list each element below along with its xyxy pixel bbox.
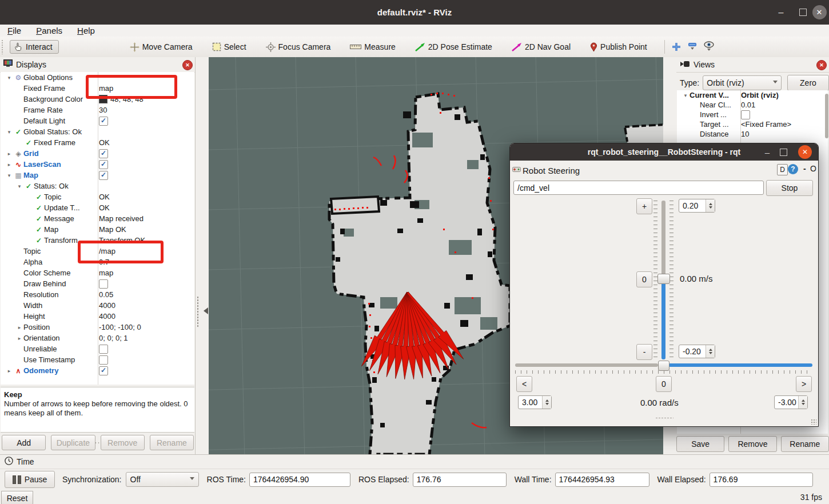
tool-select[interactable]: Select [209, 41, 250, 53]
property-value[interactable]: Map received [99, 214, 144, 223]
reset-button[interactable]: Reset [1, 491, 33, 504]
visibility-tool-button[interactable] [704, 41, 714, 53]
dock-button[interactable]: D [777, 164, 788, 175]
rqt-close-button[interactable]: ✕ [798, 145, 812, 159]
property-value[interactable]: ✓ [99, 149, 108, 158]
linear-slider-fill[interactable] [661, 282, 665, 359]
angular-left-button[interactable]: < [516, 376, 532, 392]
title-bar[interactable]: default.rviz* - RViz – ✕ [0, 0, 829, 25]
property-value[interactable]: map [99, 269, 113, 277]
property-value[interactable]: OK [99, 138, 110, 147]
linear-minus-button[interactable]: - [636, 344, 652, 360]
tool-focus-camera[interactable]: Focus Camera [262, 41, 334, 54]
views-panel-header[interactable]: Views ✕ [676, 57, 829, 73]
display-row-update-t[interactable]: ✓Update T...OK [1, 202, 194, 213]
display-row-color-scheme[interactable]: Color Schememap [1, 267, 194, 278]
checkbox[interactable]: ✓ [99, 117, 108, 126]
display-row-width[interactable]: Width4000 [1, 300, 194, 311]
topic-input[interactable] [513, 181, 764, 195]
angular-min-spinbox[interactable]: -3.00 [774, 395, 808, 409]
wall-elapsed-input[interactable] [710, 473, 813, 487]
angular-slider-track[interactable] [515, 363, 658, 367]
checkbox[interactable]: ✓ [99, 149, 108, 158]
views-rename-button[interactable]: Rename [781, 436, 829, 452]
display-row-topic[interactable]: ✓TopicOK [1, 191, 194, 202]
pause-button[interactable]: Pause [5, 471, 55, 488]
views-remove-button[interactable]: Remove [728, 436, 776, 452]
left-splitter[interactable] [196, 57, 209, 454]
property-value[interactable]: -100; -100; 0 [99, 323, 141, 331]
property-value[interactable]: Orbit (rviz) [741, 91, 779, 99]
property-value[interactable]: Map OK [99, 225, 126, 234]
expander-icon[interactable]: ▾ [15, 183, 23, 189]
angular-slider-fill[interactable] [668, 363, 812, 367]
remove-tool-button[interactable] [688, 42, 697, 51]
property-value[interactable] [99, 355, 108, 365]
time-panel-header[interactable]: Time [0, 455, 829, 469]
view-row-distance[interactable]: Distance10 [677, 129, 828, 139]
checkbox[interactable] [99, 279, 108, 289]
display-row-odometry[interactable]: ▸∧Odometry✓ [1, 365, 194, 376]
property-value[interactable]: 10 [741, 130, 749, 138]
checkbox[interactable]: ✓ [99, 160, 108, 169]
property-value[interactable]: ✓ [99, 366, 108, 375]
rqt-minimize-button[interactable]: – [760, 143, 774, 161]
property-value[interactable] [99, 345, 108, 354]
expander-icon[interactable]: ▸ [15, 335, 23, 341]
display-row-laserscan[interactable]: ▸∿LaserScan✓ [1, 159, 194, 170]
tool-publish-point[interactable]: Publish Point [587, 41, 651, 54]
linear-max-value[interactable]: 0.20 [679, 199, 706, 212]
plugin-resize-handle[interactable] [655, 417, 673, 419]
add-tool-button[interactable] [672, 42, 681, 51]
display-row-frame-rate[interactable]: Frame Rate30 [1, 105, 194, 115]
checkbox[interactable] [99, 355, 108, 365]
display-row-map[interactable]: ▾▦Map✓ [1, 170, 194, 181]
view-row-invert[interactable]: Invert ... [677, 110, 828, 119]
property-value[interactable]: ✓ [99, 117, 108, 126]
expander-icon[interactable]: ▸ [5, 368, 13, 374]
display-row-orientation[interactable]: ▸Orientation0; 0; 0; 1 [1, 333, 194, 343]
expander-icon[interactable]: ▾ [5, 75, 13, 81]
display-row-unreliable[interactable]: Unreliable [1, 343, 194, 354]
rqt-maximize-button[interactable] [780, 149, 787, 156]
property-value[interactable]: 0.01 [741, 101, 755, 109]
property-value[interactable]: ✓ [99, 160, 108, 169]
expander-icon[interactable]: ▾ [5, 129, 13, 135]
spin-arrows[interactable] [542, 396, 551, 409]
tool-interact[interactable]: Interact [10, 40, 59, 54]
display-row-status-ok[interactable]: ▾✓Status: Ok [1, 181, 194, 191]
property-value[interactable]: 4000 [99, 312, 115, 321]
angular-min-value[interactable]: -3.00 [775, 396, 798, 409]
display-row-global-status-ok[interactable]: ▾✓Global Status: Ok [1, 126, 194, 137]
collapse-plugin-button[interactable]: - [803, 164, 806, 173]
spin-arrows[interactable] [706, 199, 715, 212]
displays-add-button[interactable]: Add [2, 435, 46, 450]
linear-slider-track[interactable] [661, 201, 665, 276]
angular-max-value[interactable]: 3.00 [519, 396, 542, 409]
zero-button[interactable]: Zero [787, 75, 829, 91]
menu-panels[interactable]: Panels [29, 26, 70, 35]
display-row-use-timestamp[interactable]: Use Timestamp [1, 354, 194, 365]
maximize-button[interactable] [795, 0, 811, 25]
synchronization-select[interactable]: Off [126, 472, 199, 487]
display-row-fixed-frame[interactable]: ✓Fixed FrameOK [1, 137, 194, 148]
angular-slider-handle[interactable] [658, 361, 669, 371]
display-row-height[interactable]: Height4000 [1, 311, 194, 322]
display-row-grid[interactable]: ▸◈Grid✓ [1, 148, 194, 159]
close-button[interactable]: ✕ [811, 0, 828, 25]
tool-2d-nav-goal[interactable]: 2D Nav Goal [508, 41, 574, 53]
display-row-resolution[interactable]: Resolution0.05 [1, 289, 194, 300]
angular-max-spinbox[interactable]: 3.00 [518, 395, 552, 409]
ros-elapsed-input[interactable] [413, 473, 507, 487]
view-type-select[interactable]: Orbit (rviz) [703, 75, 782, 90]
displays-panel-header[interactable]: Displays ✕ [0, 57, 195, 73]
close-plugin-icon[interactable]: O [810, 164, 816, 173]
property-value[interactable]: 30 [99, 106, 107, 114]
tool-move-camera[interactable]: Move Camera [126, 41, 196, 54]
display-row-message[interactable]: ✓MessageMap received [1, 213, 194, 224]
property-value[interactable]: 4000 [99, 301, 115, 310]
splitter-handle[interactable] [197, 296, 199, 328]
views-scrollbar[interactable] [825, 94, 828, 138]
display-row-position[interactable]: ▸Position-100; -100; 0 [1, 322, 194, 333]
menu-help[interactable]: Help [70, 26, 102, 35]
